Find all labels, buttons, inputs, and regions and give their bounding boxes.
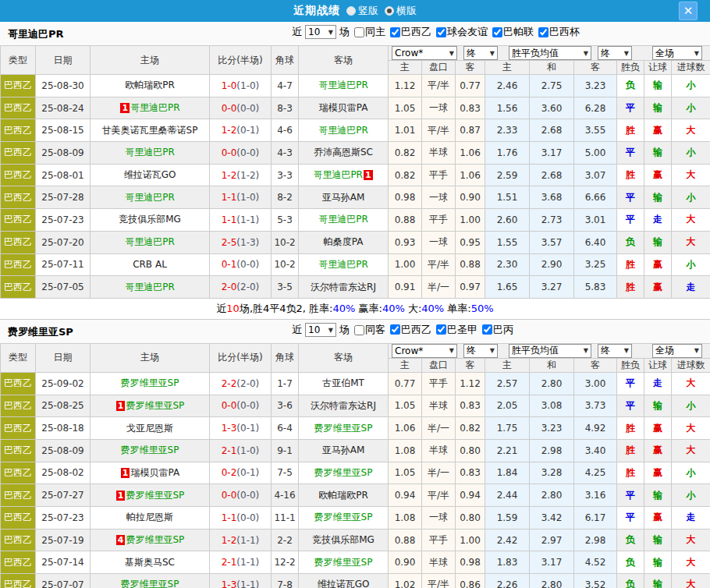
league-checkbox-input[interactable]	[436, 27, 446, 37]
radio-icon-vertical[interactable]	[346, 6, 356, 16]
league-checkbox-input[interactable]	[538, 27, 548, 37]
match-count-select[interactable]: 10 ▼	[305, 25, 336, 39]
league-checkbox[interactable]: 巴西乙	[385, 323, 431, 337]
away-team-name: 维拉诺瓦GO	[318, 579, 370, 588]
league-type-cell: 巴西乙	[1, 186, 36, 209]
league-checkbox-input[interactable]	[482, 324, 492, 335]
euro-away-odds: 2.98	[574, 529, 617, 551]
layout-radio-horizontal[interactable]: 横版	[385, 4, 417, 18]
result-flag: 胜	[617, 164, 644, 186]
halftime-score: (1-0)	[236, 80, 259, 91]
rank-badge: 1	[121, 468, 130, 478]
euro-draw-odds: 2.73	[530, 209, 574, 232]
europe-avg-select[interactable]: 胜平负均值 ▼	[509, 46, 591, 60]
home-team-name: 费罗维里亚SP	[121, 377, 179, 388]
corner-score: 4-6	[272, 119, 299, 142]
same-venue-checkbox[interactable]: 同客	[350, 323, 385, 337]
euro-draw-odds: 3.60	[530, 97, 574, 119]
euro-away-odds: 4.52	[574, 551, 617, 574]
same-venue-checkbox[interactable]: 同主	[350, 25, 385, 39]
euro-draw-odds: 3.17	[530, 142, 574, 165]
league-type-cell: 巴西乙	[1, 231, 36, 253]
asian-away-odds: 0.87	[456, 119, 485, 142]
bookmaker-select[interactable]: Crow* ▼	[392, 344, 457, 358]
away-team-name: 哥里迪巴PR	[313, 169, 363, 180]
chevron-down-icon: ▼	[624, 347, 629, 354]
match-date: 25-07-11	[36, 253, 91, 276]
match-count-value: 10	[308, 27, 320, 37]
scope-select[interactable]: 全场 ▼	[652, 344, 702, 358]
subcol-goals: 进球数	[672, 61, 710, 75]
result-flag: 胜	[617, 276, 644, 299]
halftime-score: (2-0)	[236, 378, 259, 389]
europe-final-select[interactable]: 终 ▼	[598, 344, 632, 358]
league-checkbox[interactable]: 巴丙	[477, 323, 513, 337]
league-checkbox[interactable]: 巴西乙	[385, 25, 431, 39]
bookmaker-select[interactable]: Crow* ▼	[392, 46, 457, 60]
away-team-cell: 竞技俱乐部MG	[299, 529, 389, 551]
europe-final-select[interactable]: 终 ▼	[598, 46, 632, 60]
col-away: 客场	[299, 343, 389, 372]
same-venue-checkbox-input[interactable]	[354, 27, 364, 37]
subcol-goals: 进球数	[672, 358, 710, 372]
match-score: 1-2(1-1)	[210, 529, 272, 551]
euro-away-odds: 6.17	[574, 507, 617, 530]
close-button[interactable]: ✕	[679, 2, 698, 20]
home-team-cell: 费罗维里亚SP	[91, 574, 210, 588]
summary-segment: 40%	[421, 303, 444, 314]
radio-icon-horizontal[interactable]	[385, 6, 394, 16]
league-checkbox[interactable]: 巴圣甲	[431, 323, 477, 337]
fulltime-score: 1-2	[222, 535, 237, 546]
sections-container: 哥里迪巴PR 近 10 ▼ 场 同主 巴西乙球会友谊巴帕联巴西杯	[0, 22, 710, 588]
away-team-cell: 费罗维里亚SP	[299, 507, 389, 530]
handicap-flag: 赢	[644, 507, 672, 530]
match-count-select[interactable]: 10 ▼	[305, 323, 336, 337]
match-date: 25-08-30	[36, 75, 91, 97]
home-team-name: 维拉诺瓦GO	[124, 169, 176, 180]
col-type: 类型	[1, 46, 36, 75]
layout-radio-vertical[interactable]: 竖版	[346, 4, 378, 18]
league-checkbox-label: 巴西杯	[549, 25, 580, 39]
col-away: 客场	[299, 46, 389, 75]
league-checkbox[interactable]: 巴帕联	[488, 25, 534, 39]
asian-final-select[interactable]: 终 ▼	[463, 46, 498, 60]
match-date: 25-07-23	[36, 507, 91, 530]
away-team-name: 费罗维里亚SP	[314, 467, 373, 478]
match-score: 1-2(1-2)	[210, 164, 272, 186]
subcol-handicap: 盘口	[422, 358, 456, 372]
goals-flag: 大	[672, 529, 710, 551]
result-flag: 平	[617, 186, 644, 209]
away-team-cell: 哥里迪巴PR	[299, 209, 389, 232]
away-team-name: 亚马孙AM	[322, 192, 365, 203]
league-checkbox[interactable]: 巴西杯	[534, 25, 580, 39]
match-score: 2-5(1-3)	[210, 231, 272, 253]
euro-home-odds: 2.26	[485, 574, 530, 588]
league-checkbox-input[interactable]	[390, 324, 400, 335]
asian-final-select[interactable]: 终 ▼	[463, 344, 498, 358]
chevron-down-icon: ▼	[328, 29, 333, 36]
handicap-flag: 输	[644, 75, 672, 97]
league-checkbox[interactable]: 球会友谊	[431, 25, 488, 39]
europe-avg-select[interactable]: 胜平负均值 ▼	[509, 344, 591, 358]
asian-handicap: 平手	[422, 164, 456, 186]
asian-home-odds: 0.77	[389, 372, 422, 395]
same-venue-checkbox-input[interactable]	[354, 325, 364, 335]
home-team-cell: 维拉诺瓦GO	[91, 164, 210, 186]
match-row: 巴西乙25-07-28哥里迪巴PR1-1(1-0)8-2亚马孙AM0.98一球0…	[1, 186, 710, 209]
matches-label: 场	[339, 25, 350, 39]
league-checkbox-input[interactable]	[436, 324, 446, 335]
league-checkbox-input[interactable]	[390, 27, 400, 37]
home-team-name: 哥里迪巴PR	[125, 192, 175, 203]
halftime-score: (0-0)	[236, 512, 259, 523]
asian-away-odds: 0.83	[456, 97, 485, 119]
handicap-flag: 输	[644, 142, 672, 165]
home-team-name: 竞技俱乐部MG	[119, 214, 181, 225]
euro-home-odds: 1.75	[485, 417, 530, 440]
scope-select[interactable]: 全场 ▼	[652, 46, 702, 60]
league-checkbox-label: 巴西乙	[401, 25, 431, 39]
asian-home-odds: 0.88	[389, 209, 422, 232]
league-checkbox-input[interactable]	[492, 27, 502, 37]
match-score: 1-3(0-1)	[210, 417, 272, 440]
euro-draw-odds: 2.80	[530, 574, 574, 588]
asian-home-odds: 1.01	[389, 119, 422, 142]
